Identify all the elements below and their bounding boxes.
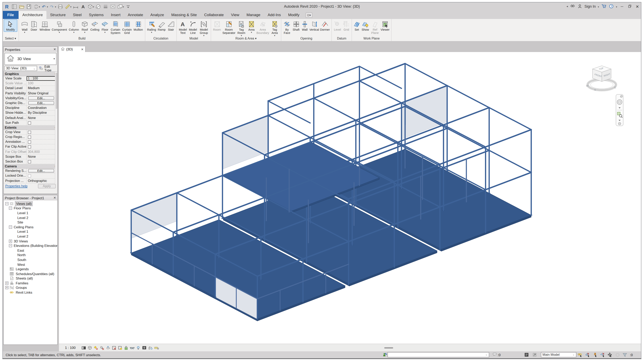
ribbon-button-dormer[interactable]: Dormer	[320, 19, 330, 31]
edit-button[interactable]: Edit...	[28, 101, 54, 105]
sign-in-button[interactable]: Sign In	[584, 4, 596, 8]
section-header-extents[interactable]: Extents»	[4, 125, 57, 130]
drawing-area[interactable]: TOP FRONT RIGHT W S E	[59, 52, 642, 344]
vb-cropoff-button[interactable]	[112, 345, 117, 350]
tree-expander[interactable]: +	[5, 282, 8, 285]
ribbon-button-model-line[interactable]: Model Line	[188, 19, 198, 35]
ribbon-button-component[interactable]: Component▾	[51, 19, 68, 33]
tree-expander[interactable]: −	[9, 226, 12, 229]
vb-render-button[interactable]	[106, 345, 111, 350]
property-row[interactable]: Locked Orie...	[4, 174, 57, 178]
cart-icon[interactable]	[601, 3, 607, 10]
checkbox[interactable]	[28, 141, 31, 144]
checkbox[interactable]	[28, 121, 31, 124]
worksets-icon[interactable]	[382, 352, 388, 358]
property-row[interactable]: Detail LevelMedium	[4, 86, 57, 91]
tree-item-3d-views[interactable]: +3D Views	[4, 239, 57, 243]
ribbon-button-wall[interactable]: Wall▾	[20, 19, 29, 33]
ribbon-button-ramp[interactable]: Ramp	[157, 19, 166, 31]
tree-expander[interactable]: −	[9, 207, 12, 210]
property-row[interactable]: Visibility/Gra...Edit...	[4, 96, 57, 101]
checkbox[interactable]	[28, 131, 31, 134]
ribbon-tab-steel[interactable]: Steel	[69, 11, 85, 19]
ribbon-tab-collaborate[interactable]: Collaborate	[200, 11, 227, 19]
property-row[interactable]: Projection ...Orthographic	[4, 178, 57, 183]
ribbon-button-tag-area[interactable]: 1Tag Area▾	[270, 19, 280, 37]
ribbon-tab-add-ins[interactable]: Add-Ins	[264, 11, 284, 19]
ribbon-button-door[interactable]: Door	[30, 19, 38, 31]
tree-expander[interactable]: −	[5, 202, 8, 205]
sel-drag-toggle[interactable]	[607, 352, 613, 358]
vb-glasses-button[interactable]	[130, 345, 135, 350]
tree-item-views-all-[interactable]: −Views (all)	[4, 201, 57, 206]
ribbon-button-ref-plane[interactable]: Ref Plane	[370, 19, 380, 35]
properties-header[interactable]: Properties ✕	[4, 47, 57, 52]
vb-lock-button[interactable]	[124, 345, 129, 350]
ribbon-tab-systems[interactable]: Systems	[85, 11, 107, 19]
ribbon-tab-analyze[interactable]: Analyze	[147, 11, 168, 19]
minimize-button[interactable]: ─	[619, 4, 625, 8]
view-scale-control[interactable]: 1 : 100	[65, 346, 76, 350]
ribbon-button-curtain-grid[interactable]: Curtain Grid	[122, 19, 132, 35]
ribbon-button-shaft[interactable]: Shaft	[292, 19, 300, 31]
restore-button[interactable]	[627, 4, 632, 9]
instance-selector[interactable]: 3D View: {3D} ⌄	[4, 66, 37, 71]
property-row[interactable]: Sun Path	[4, 120, 57, 125]
ribbon-button-ceiling[interactable]: Ceiling	[90, 19, 100, 31]
ribbon-button-room-separator[interactable]: Room Separator	[222, 19, 236, 35]
3d-model[interactable]	[59, 52, 642, 344]
workset-dropdown-icon[interactable]: ⌄	[485, 353, 488, 356]
property-row[interactable]: View Scale1 : 100	[4, 76, 57, 81]
property-row[interactable]: Scale Value ...100	[4, 81, 57, 86]
project-browser-header[interactable]: Project Browser - Project1 ✕	[4, 195, 57, 200]
tree-item-groups[interactable]: +Groups	[4, 285, 57, 290]
vb-tvp-button[interactable]	[142, 345, 147, 350]
search-icon[interactable]	[570, 3, 575, 9]
edit-button[interactable]: Edit...	[28, 96, 54, 100]
tree-item-west[interactable]: West	[4, 262, 57, 267]
vb-analytic-button[interactable]	[148, 345, 153, 350]
tree-expander[interactable]: +	[9, 239, 12, 243]
type-selector[interactable]: 3D View ▾	[4, 53, 56, 65]
tree-item-elevations-building-elevation-[interactable]: −Elevations (Building Elevation)	[4, 243, 57, 248]
ribbon-button-mullion[interactable]: Mullion	[133, 19, 144, 31]
vb-sun-button[interactable]	[94, 345, 99, 350]
tree-item-floor-plans[interactable]: −Floor Plans	[4, 206, 57, 211]
section-header-camera[interactable]: Camera»	[4, 164, 57, 169]
ribbon-tab-massing-site[interactable]: Massing & Site	[168, 11, 200, 19]
tree-item-schedules-quantities-all-[interactable]: Schedules/Quantities (all)	[4, 272, 57, 276]
tree-item-level-2[interactable]: Level 2	[4, 215, 57, 220]
design-option-dropdown-icon[interactable]: ⌄	[572, 353, 575, 356]
tree-item-ceiling-plans[interactable]: −Ceiling Plans	[4, 225, 57, 229]
ribbon-button-wall[interactable]: Wall	[301, 19, 309, 31]
close-button[interactable]: ✕	[634, 4, 640, 9]
ribbon-tab-view[interactable]: View	[228, 11, 243, 19]
property-row[interactable]: Section Box	[4, 159, 57, 164]
ribbon-button-area[interactable]: Area▾	[247, 19, 256, 33]
property-row[interactable]: Far Clip Offset304,800	[4, 149, 57, 154]
properties-close-icon[interactable]: ✕	[54, 48, 56, 51]
ribbon-tab-structure[interactable]: Structure	[46, 11, 69, 19]
edit-button[interactable]: Edit...	[28, 169, 54, 173]
editing-requests[interactable]: :0	[492, 352, 500, 358]
tree-item-revit-links[interactable]: Revit Links	[4, 290, 57, 295]
vb-shadow-button[interactable]	[100, 345, 105, 350]
ribbon-button-railing[interactable]: Railing▾	[146, 19, 156, 33]
ribbon-button-column[interactable]: Column▾	[68, 19, 80, 33]
tree-item-site[interactable]: Site	[4, 220, 57, 225]
instance-dropdown-icon[interactable]: ⌄	[33, 66, 36, 71]
tree-expander[interactable]: −	[9, 244, 12, 247]
view-tab-3d[interactable]: {3D} ✕	[59, 46, 86, 52]
type-selector-dropdown-icon[interactable]: ▾	[54, 57, 55, 60]
sel-circle-toggle[interactable]	[614, 352, 620, 358]
ribbon-button-show[interactable]: Show	[361, 19, 370, 31]
property-row[interactable]: Crop View	[4, 130, 57, 135]
vb-cropshow-button[interactable]	[118, 345, 123, 350]
vb-detail-button[interactable]	[81, 345, 86, 350]
ribbon-tab-file[interactable]: File	[2, 11, 19, 19]
checkbox[interactable]	[28, 145, 31, 149]
sel-filter-toggle[interactable]	[622, 352, 628, 358]
project-browser-close-icon[interactable]: ✕	[54, 196, 56, 200]
ribbon-tab-insert[interactable]: Insert	[107, 11, 124, 19]
property-row[interactable]: DisciplineCoordination	[4, 106, 57, 110]
